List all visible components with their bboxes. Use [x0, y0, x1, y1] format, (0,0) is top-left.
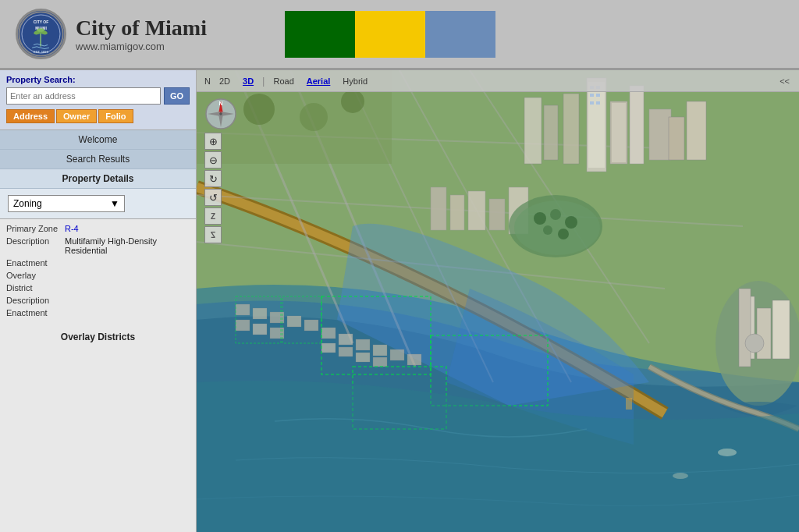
svg-rect-38: [544, 105, 558, 160]
zoning-dropdown-row: Zoning ▼: [0, 189, 196, 219]
view-3d-button[interactable]: 3D: [239, 75, 257, 87]
owner-tab[interactable]: Owner: [56, 109, 97, 123]
main-layout: Property Search: GO Address Owner Folio …: [0, 70, 799, 532]
svg-point-58: [543, 225, 552, 235]
svg-rect-44: [468, 191, 485, 230]
svg-point-56: [550, 209, 561, 220]
zoning-label: Zoning: [13, 198, 42, 209]
rotate-ccw-button[interactable]: ↺: [204, 189, 222, 206]
description-value: Multifamily High-Density Residential: [65, 236, 190, 255]
svg-rect-45: [489, 199, 505, 230]
flag-blue: [425, 11, 495, 58]
svg-rect-51: [739, 289, 751, 367]
logo-block: CITY OF MIAMI EST. 1896 City of Miami ww…: [0, 1, 222, 67]
property-search-section: Property Search: GO Address Owner Folio: [0, 70, 196, 130]
svg-rect-78: [321, 343, 336, 353]
svg-rect-35: [630, 86, 644, 164]
address-tab[interactable]: Address: [6, 109, 55, 123]
svg-rect-75: [373, 345, 387, 356]
hybrid-button[interactable]: Hybrid: [339, 75, 371, 87]
sidebar-item-welcome[interactable]: Welcome: [0, 130, 196, 150]
svg-text:EST. 1896: EST. 1896: [34, 50, 49, 54]
sidebar-item-property-details[interactable]: Property Details: [0, 169, 196, 189]
sidebar-item-search-results[interactable]: Search Results: [0, 150, 196, 169]
search-row: GO: [6, 87, 190, 105]
property-details-table: Primary Zone R-4 Description Multifamily…: [0, 219, 196, 325]
map-toolbar: N 2D 3D | Road Aerial Hybrid <<: [197, 70, 799, 92]
svg-rect-67: [236, 320, 250, 331]
road-button[interactable]: Road: [269, 75, 297, 87]
svg-point-63: [341, 90, 364, 113]
svg-text:CITY OF: CITY OF: [34, 20, 49, 24]
enactment-label: Enactment: [6, 258, 65, 268]
svg-point-54: [514, 200, 600, 255]
go-button[interactable]: GO: [164, 87, 190, 105]
toolbar-divider: |: [262, 75, 265, 87]
map-collapse-button[interactable]: <<: [776, 75, 793, 87]
svg-rect-73: [339, 334, 353, 345]
svg-point-59: [558, 229, 569, 239]
tilt-up-button[interactable]: Z: [204, 207, 222, 225]
svg-rect-81: [373, 357, 387, 367]
enactment-row: Enactment: [6, 258, 190, 268]
svg-rect-50: [772, 300, 790, 359]
svg-rect-89: [626, 398, 632, 410]
svg-rect-31: [590, 101, 594, 105]
svg-text:N: N: [218, 101, 222, 106]
search-tab-row: Address Owner Folio: [6, 109, 190, 123]
rotate-cw-button[interactable]: ↻: [204, 170, 222, 187]
overlay-row: Overlay: [6, 271, 190, 280]
svg-rect-29: [590, 94, 594, 97]
svg-point-52: [745, 334, 764, 353]
svg-rect-74: [356, 339, 370, 350]
svg-rect-32: [596, 101, 600, 105]
primary-zone-value[interactable]: R-4: [65, 224, 79, 233]
zoom-controls: ⊕ ⊖ ↻ ↺ Z Z: [204, 133, 222, 243]
overlay-districts-label: Overlay Districts: [61, 332, 135, 342]
flag-yellow: [355, 11, 425, 58]
description-label: Description: [6, 236, 65, 246]
svg-rect-79: [339, 347, 353, 356]
svg-rect-37: [563, 94, 579, 164]
zoom-out-button[interactable]: ⊖: [204, 151, 222, 168]
chevron-down-icon: ▼: [110, 198, 119, 209]
city-url: www.miamigov.com: [76, 41, 207, 52]
svg-rect-42: [431, 187, 446, 230]
svg-rect-70: [287, 316, 301, 327]
city-title: City of Miami: [76, 16, 207, 41]
svg-point-61: [243, 94, 275, 125]
svg-rect-65: [253, 308, 267, 319]
district-label: District: [6, 283, 65, 293]
overlay-districts-section: Overlay Districts: [0, 325, 196, 349]
svg-rect-76: [390, 349, 404, 360]
view-2d-button[interactable]: 2D: [215, 75, 234, 87]
enactment2-label: Enactment: [6, 308, 65, 317]
tilt-down-button[interactable]: Z: [204, 226, 222, 243]
description2-label: Description: [6, 296, 65, 305]
svg-rect-36: [649, 109, 671, 160]
city-seal: CITY OF MIAMI EST. 1896: [16, 9, 66, 59]
svg-point-55: [534, 212, 546, 225]
map-area[interactable]: N 2D 3D | Road Aerial Hybrid << N: [197, 70, 799, 532]
svg-point-7: [37, 28, 44, 32]
map-compass[interactable]: N: [204, 98, 236, 129]
overlay-label: Overlay: [6, 271, 65, 280]
svg-rect-39: [524, 98, 542, 164]
description-row: Description Multifamily High-Density Res…: [6, 236, 190, 255]
svg-rect-64: [236, 304, 250, 315]
flag-green: [285, 11, 355, 58]
folio-tab[interactable]: Folio: [98, 109, 133, 123]
sidebar-nav: Welcome Search Results Property Details: [0, 130, 196, 189]
svg-rect-77: [407, 354, 421, 365]
property-search-label: Property Search:: [6, 75, 190, 84]
primary-zone-row: Primary Zone R-4: [6, 224, 190, 233]
aerial-button[interactable]: Aerial: [303, 75, 335, 87]
address-input[interactable]: [6, 87, 161, 105]
aerial-map: [197, 70, 799, 532]
svg-point-57: [565, 216, 577, 229]
svg-rect-34: [612, 103, 626, 162]
primary-zone-label: Primary Zone: [6, 224, 65, 233]
svg-rect-41: [687, 101, 706, 160]
pan-button[interactable]: ⊕: [204, 133, 222, 150]
zoning-dropdown[interactable]: Zoning ▼: [8, 195, 125, 212]
